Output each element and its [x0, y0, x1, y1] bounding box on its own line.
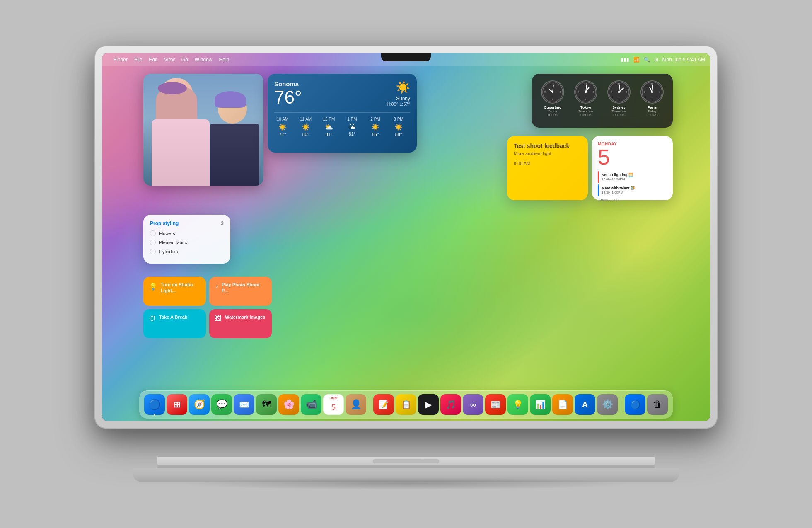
clock-cupertino: 12 3 6 9 Cupertino [539, 80, 567, 121]
shortcut-label-light: Turn on Studio Light... [161, 282, 200, 294]
photos-widget [143, 74, 263, 186]
dock-settings[interactable]: ⚙️ [597, 394, 618, 415]
app-blue-icon: 🔵 [630, 400, 640, 409]
dock-pages[interactable]: 📄 [552, 394, 573, 415]
menubar-window[interactable]: Window [195, 57, 213, 63]
svg-text:6: 6 [619, 99, 620, 101]
forecast-temp-0: 77° [274, 132, 291, 137]
dock-launchpad[interactable]: ⊞ [167, 394, 187, 415]
dock-contacts[interactable]: 👤 [346, 394, 366, 415]
dock-trash[interactable]: 🗑 [647, 394, 668, 415]
shortcuts-grid: 💡 Turn on Studio Light... ♪ Play Photo S… [143, 277, 272, 338]
dock-music[interactable]: 🎵 [440, 394, 461, 415]
news-icon: 📰 [491, 400, 501, 409]
weather-widget: Sonoma 76° ☀️ Sunny H:88° L:57° 10 AM [268, 74, 417, 153]
reminder-item-1: Flowers [150, 230, 224, 236]
svg-text:6: 6 [585, 99, 587, 101]
event-title-1: Set up lighting 🌅 [602, 173, 633, 178]
mail-icon: ✉️ [239, 400, 249, 409]
menubar-left: Finder File Edit View Go Window Help [107, 57, 229, 63]
forecast-time-3: 1 PM [344, 117, 360, 121]
svg-point-7 [552, 91, 554, 93]
calendar-event-1: Set up lighting 🌅 12:00–12:30PM [598, 171, 667, 183]
clock-face-cupertino: 12 3 6 9 [541, 80, 564, 104]
contacts-icon: 👤 [350, 399, 362, 410]
reminder-text-1: Flowers [159, 231, 175, 236]
dock-calendar[interactable]: JUN 5 [323, 394, 344, 415]
dock-cal-month: JUN [324, 396, 343, 400]
event-time-1: 12:00–12:30PM [602, 177, 633, 181]
wifi-icon[interactable]: 📶 [633, 57, 640, 63]
shortcut-icon-watermark: 🖼 [215, 315, 222, 322]
dock-maps[interactable]: 🗺 [256, 394, 277, 415]
svg-text:6: 6 [552, 99, 553, 101]
clock-svg-tokyo: 12 3 6 9 [575, 81, 597, 103]
reminder-text-2: Pleated fabric [159, 240, 187, 245]
dock-appstore[interactable]: A [575, 394, 595, 415]
macbook-base-top [157, 457, 655, 465]
dock-mail[interactable]: ✉️ [234, 394, 254, 415]
shortcut-label-watermark: Watermark Images [225, 314, 265, 320]
menubar-view[interactable]: View [164, 57, 175, 63]
shortcut-play-music[interactable]: ♪ Play Photo Shoot P... [209, 277, 272, 306]
control-center-icon[interactable]: ⊞ [654, 57, 658, 63]
clock-offset-paris: +9HRS [647, 113, 657, 117]
svg-text:9: 9 [611, 91, 612, 93]
photo-scene [143, 74, 263, 186]
menubar-file[interactable]: File [134, 57, 142, 63]
camera-notch [381, 53, 431, 61]
forecast-12pm: 12 PM ⛅ 81° [321, 117, 337, 137]
shortcut-icon-break: ⏱ [149, 315, 156, 322]
forecast-time-5: 3 PM [390, 117, 407, 121]
dock: 🔵 ⊞ 🧭 💬 [139, 390, 673, 419]
menubar-help[interactable]: Help [219, 57, 230, 63]
forecast-icon-5: ☀️ [390, 123, 407, 131]
dock-notes[interactable]: 📋 [396, 394, 416, 415]
reminder-text-3: Cylinders [159, 249, 178, 254]
shortcut-watermark[interactable]: 🖼 Watermark Images [209, 309, 272, 338]
clock-city-paris: Paris [648, 105, 657, 109]
menubar-go[interactable]: Go [181, 57, 188, 63]
forecast-icon-4: ☀️ [367, 123, 384, 131]
forecast-temp-3: 81° [344, 131, 360, 136]
dock-reminders[interactable]: 📝 [373, 394, 394, 415]
tips-icon: 💡 [513, 400, 523, 409]
search-icon[interactable]: 🔍 [644, 57, 650, 63]
shortcut-studio-light[interactable]: 💡 Turn on Studio Light... [143, 277, 206, 306]
notes-subtitle: More ambient light [514, 151, 581, 156]
forecast-temp-4: 85° [367, 132, 384, 137]
menubar-finder[interactable]: Finder [114, 57, 128, 63]
dock-freeform[interactable]: ∞ [463, 394, 483, 415]
svg-text:9: 9 [578, 91, 579, 93]
dock-app-blue[interactable]: 🔵 [625, 394, 645, 415]
forecast-time-4: 2 PM [367, 117, 384, 121]
menubar-edit[interactable]: Edit [149, 57, 157, 63]
dock-appletv[interactable]: ▶ [418, 394, 439, 415]
dock-tips[interactable]: 💡 [508, 394, 528, 415]
clock-offset-cupertino: +0HRS [547, 113, 558, 117]
clock-face-sydney: 12 3 6 9 [607, 80, 631, 104]
svg-text:6: 6 [652, 99, 653, 101]
world-clocks-widget: 12 3 6 9 Cupertino [532, 74, 673, 128]
dock-photos[interactable]: 🌸 [278, 394, 299, 415]
dock-finder[interactable]: 🔵 [144, 394, 165, 415]
safari-icon: 🧭 [194, 399, 205, 410]
clock-svg-paris: 12 3 6 9 [641, 81, 663, 103]
reminders-icon: 📝 [379, 400, 389, 409]
clock-day-tokyo: Tomorrow [578, 109, 593, 113]
appletv-icon: ▶ [425, 400, 432, 409]
svg-point-23 [618, 91, 620, 93]
weather-icon: ☀️ [387, 80, 410, 94]
reminders-title: Prop styling [150, 220, 179, 226]
reminders-count: 3 [221, 220, 224, 226]
dock-facetime[interactable]: 📹 [301, 394, 321, 415]
forecast-10am: 10 AM ☀️ 77° [274, 117, 291, 137]
dock-numbers[interactable]: 📊 [530, 394, 551, 415]
shortcut-take-break[interactable]: ⏱ Take A Break [143, 309, 206, 338]
dock-safari[interactable]: 🧭 [189, 394, 210, 415]
clock-offset-tokyo: +16HRS [580, 113, 592, 117]
shortcut-icon-light: 💡 [149, 283, 157, 291]
clock-sydney: 12 3 6 9 Sydney Tomorrow +17HRS [605, 80, 633, 121]
dock-news[interactable]: 📰 [485, 394, 506, 415]
dock-messages[interactable]: 💬 [211, 394, 232, 415]
